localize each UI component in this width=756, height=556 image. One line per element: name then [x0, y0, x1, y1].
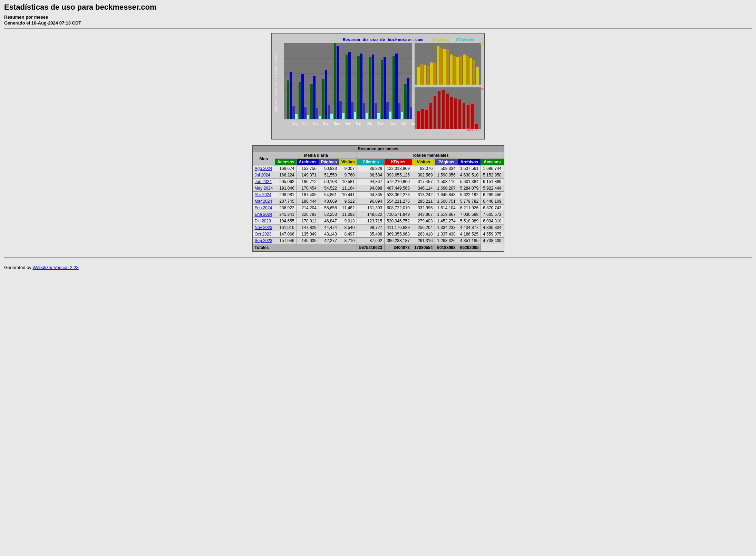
svg-rect-78: [446, 49, 449, 85]
month-link[interactable]: Jun 2024: [255, 179, 272, 184]
accesos-daily: 205,062: [275, 179, 297, 185]
accesos-daily: 161,010: [275, 224, 297, 231]
archivos-daily: 149,371: [297, 172, 319, 179]
month-link[interactable]: May 2024: [255, 186, 273, 191]
visitas-monthly: 263,418: [412, 231, 435, 238]
svg-rect-101: [463, 103, 465, 129]
svg-rect-17: [301, 74, 304, 119]
svg-text:Feb: Feb: [345, 122, 351, 125]
clientes-monthly: 123,715: [357, 218, 385, 224]
accesos-daily: 207,745: [275, 198, 297, 205]
visitas-monthly: 346,114: [412, 185, 435, 192]
clientes-monthly: 36,829: [357, 165, 385, 172]
svg-rect-102: [467, 105, 469, 129]
svg-text:KBytes: KBytes: [467, 128, 479, 132]
col-accesos-header: Accesos: [275, 159, 297, 165]
svg-rect-75: [437, 46, 439, 85]
kbytes-monthly: 487,449,566: [385, 185, 412, 192]
visitas-monthly: 343,867: [412, 211, 435, 218]
svg-rect-100: [458, 99, 461, 129]
svg-rect-76: [440, 48, 443, 85]
svg-rect-54: [410, 107, 412, 119]
paginas-monthly: 1,645,848: [435, 192, 458, 198]
svg-rect-74: [433, 63, 436, 85]
table-row: Abr 2024 208,981 187,406 54,861 10,441 9…: [252, 192, 504, 198]
svg-rect-21: [313, 76, 316, 119]
col-kbytes-header: KBytes: [385, 159, 412, 165]
clientes-monthly: 87,602: [357, 238, 385, 244]
month-link[interactable]: Sep 2023: [255, 238, 272, 243]
archivos-monthly: 5,622,192: [458, 192, 481, 198]
svg-rect-32: [346, 55, 348, 119]
table-row: Sep 2023 157,946 145,039 42,277 8,710 87…: [252, 238, 504, 244]
svg-rect-91: [421, 109, 424, 129]
col-paginas-header: Páginas: [319, 159, 339, 165]
clientes-monthly: 86,584: [357, 172, 385, 179]
visitas-daily: 8,497: [339, 231, 357, 238]
table-body: Ago 2024 168,674 153,756 50,833 9,307 36…: [252, 165, 504, 244]
kbytes-monthly: 608,722,010: [385, 205, 412, 211]
footer-text: Generated by: [4, 265, 32, 270]
svg-rect-70: [420, 64, 423, 85]
month-link[interactable]: Jul 2024: [255, 173, 270, 178]
paginas-monthly: 1,452,274: [435, 218, 458, 224]
month-link[interactable]: Oct 2023: [255, 232, 272, 237]
visitas-daily: 11,482: [339, 205, 357, 211]
kbytes-monthly: 369,355,968: [385, 231, 412, 238]
svg-rect-85: [469, 58, 472, 85]
month-link[interactable]: Dic 2023: [255, 219, 271, 223]
footer-link[interactable]: Webalizer Version 2.23: [32, 265, 78, 270]
month-link[interactable]: Ago 2024: [255, 166, 272, 171]
svg-rect-18: [304, 107, 307, 119]
main-chart: Resumen de uso de becknesser.com Visitas…: [274, 36, 484, 136]
footer-divider: [4, 257, 752, 258]
generated-text: Generado el 10-Aug-2024 07:13 CDT: [4, 20, 752, 26]
svg-rect-84: [466, 56, 469, 85]
paginas-monthly: 1,619,867: [435, 211, 458, 218]
svg-rect-81: [456, 57, 459, 85]
page-title: Estadísticas de uso para beckmesser.com: [4, 3, 752, 12]
accesos-monthly: 1,686,744: [481, 165, 504, 172]
paginas-daily: 55,658: [319, 205, 339, 211]
svg-text:Nov: Nov: [313, 122, 318, 125]
col-paginas-m-header: Páginas: [435, 159, 458, 165]
svg-rect-87: [476, 67, 479, 85]
paginas-daily: 54,522: [319, 185, 339, 192]
clientes-monthly: 94,867: [357, 179, 385, 185]
col-visitas-header: Visitas: [339, 159, 357, 165]
mes-header: Mes: [252, 152, 275, 165]
svg-rect-29: [337, 46, 339, 119]
table-row: Feb 2024 236,922 214,204 55,658 11,482 1…: [252, 205, 504, 211]
svg-rect-38: [363, 103, 365, 119]
clientes-monthly: 94,365: [357, 192, 385, 198]
month-link[interactable]: Feb 2024: [255, 205, 272, 210]
clientes-monthly: 85,408: [357, 231, 385, 238]
table-row: May 2024 191,046 170,454 54,522 11,164 9…: [252, 185, 504, 192]
month-link[interactable]: Abr 2024: [255, 192, 272, 197]
visitas-monthly: 295,211: [412, 198, 435, 205]
table-row: Dic 2023 194,655 178,012 46,847 9,013 12…: [252, 218, 504, 224]
visitas-daily: 10,581: [339, 179, 357, 185]
archivos-daily: 145,039: [297, 238, 319, 244]
archivos-monthly: 5,601,384: [458, 179, 481, 185]
visitas-daily: 10,441: [339, 192, 357, 198]
visitas-monthly: 302,569: [412, 172, 435, 179]
visitas-daily: 9,307: [339, 165, 357, 172]
svg-rect-46: [386, 102, 389, 119]
accesos-monthly: 6,034,310: [481, 218, 504, 224]
accesos-monthly: 6,151,889: [481, 179, 504, 185]
accesos-monthly: 4,830,304: [481, 224, 504, 231]
svg-rect-80: [453, 56, 456, 85]
table-row: Nov 2023 161,010 147,829 44,474 8,540 98…: [252, 224, 504, 231]
archivos-daily: 147,829: [297, 224, 319, 231]
svg-rect-51: [401, 112, 403, 119]
table-row: Jun 2024 205,062 186,712 50,103 10,581 9…: [252, 179, 504, 185]
svg-rect-97: [446, 94, 449, 129]
totals-kbytes: 5675219623: [357, 244, 385, 252]
svg-rect-47: [389, 112, 391, 119]
month-link[interactable]: Ene 2024: [255, 212, 272, 217]
totals-visitas: 3404873: [385, 244, 412, 252]
kbytes-monthly: 710,571,849: [385, 211, 412, 218]
month-link[interactable]: Nov 2023: [255, 225, 272, 230]
month-link[interactable]: Mar 2024: [255, 199, 272, 204]
